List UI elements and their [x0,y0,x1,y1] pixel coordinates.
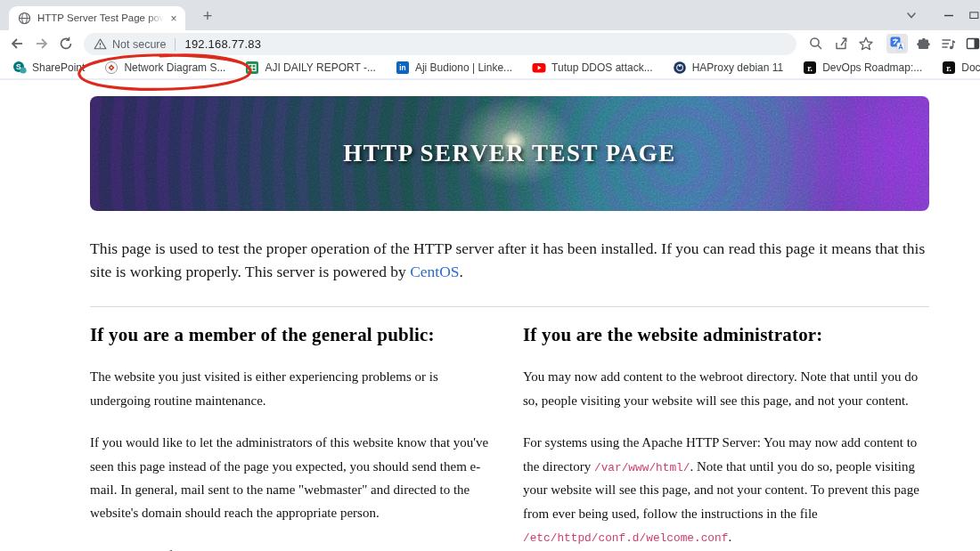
extensions-puzzle-icon[interactable] [912,34,934,53]
intro-text: This page is used to test the proper ope… [90,239,925,280]
bookmark-label: Network Diagram S... [124,61,225,74]
tab-search-chevron-icon[interactable] [898,0,925,30]
admin-heading: If you are the website administrator: [523,324,929,346]
test-page-banner: HTTP SERVER TEST PAGE [90,96,929,211]
omnibox-divider [175,38,176,51]
administrator-column: If you are the website administrator: Yo… [523,309,929,551]
centos-link[interactable]: CentOS [410,263,459,280]
new-tab-button[interactable]: + [197,5,218,27]
linkedin-icon: in [396,61,410,75]
roadmap-icon: r. [803,61,817,75]
network-diagram-icon [104,61,118,75]
public-heading: If you are a member of the general publi… [90,324,496,346]
intro-text-end: . [460,263,463,280]
divider-rule [90,306,929,307]
admin-paragraph-1: You may now add content to the webroot d… [523,365,929,412]
bookmark-label: HAProxy debian 11 [692,61,784,74]
window-maximize-icon[interactable] [968,0,980,30]
bookmarks-bar: S SharePoint Network Diagram S... AJI DA… [0,57,980,80]
url-text[interactable]: 192.168.77.83 [184,37,261,51]
bookmark-linkedin[interactable]: in Aji Budiono | Linke... [396,61,512,75]
bookmark-label: Aji Budiono | Linke... [415,61,512,74]
address-bar[interactable]: Not secure 192.168.77.83 [84,33,796,55]
bookmark-label: Docker Roadmap -... [961,61,980,74]
public-paragraph-2: If you would like to let the administrat… [90,431,496,525]
search-icon[interactable] [805,34,827,53]
bookmark-network-diagram[interactable]: Network Diagram S... [104,61,225,75]
google-sheets-icon [245,61,259,75]
tab-strip: HTTP Server Test Page powered × + [0,0,980,30]
forward-icon[interactable] [33,35,51,53]
youtube-icon [532,61,546,75]
not-secure-warning-icon[interactable] [94,37,107,51]
tab-close-icon[interactable]: × [167,12,181,26]
admin-p2-text: . [728,530,731,544]
general-public-column: If you are a member of the general publi… [90,309,496,551]
bookmark-docker-roadmap[interactable]: r. Docker Roadmap -... [942,61,980,75]
back-icon[interactable] [8,35,26,53]
roadmap-icon: r. [942,61,956,75]
bookmark-label: Tutup DDOS attack... [551,61,653,74]
bookmark-youtube[interactable]: Tutup DDOS attack... [532,61,653,75]
media-controls-icon[interactable] [937,34,959,53]
banner-title: HTTP SERVER TEST PAGE [343,140,675,167]
haproxy-icon [673,61,687,75]
svg-text:r.: r. [807,64,813,73]
svg-text:S: S [16,62,21,71]
bookmark-label: AJI DAILY REPORT -... [265,61,375,74]
bookmark-devops-roadmap[interactable]: r. DevOps Roadmap:... [803,61,922,75]
globe-favicon-icon [17,12,31,26]
bookmark-label: SharePoint [32,61,85,74]
public-paragraph-1: The website you just visited is either e… [90,365,496,412]
share-icon[interactable] [830,34,852,53]
code-path-webroot: /var/www/html/ [594,461,690,474]
intro-paragraph: This page is used to test the proper ope… [90,238,929,283]
admin-paragraph-2: For systems using the Apache HTTP Server… [523,431,929,548]
web-page: HTTP SERVER TEST PAGE This page is used … [0,80,980,551]
public-paragraph-3: For example, if you experienced problems… [90,544,496,551]
code-path-welcome-conf: /etc/httpd/conf.d/welcome.conf [523,531,728,545]
security-label[interactable]: Not secure [112,38,166,51]
browser-tab[interactable]: HTTP Server Test Page powered × [9,6,185,30]
translate-icon[interactable] [886,34,908,53]
svg-text:in: in [399,63,405,72]
bookmark-sharepoint[interactable]: S SharePoint [12,61,85,75]
bookmark-haproxy[interactable]: HAProxy debian 11 [673,61,784,75]
tab-title: HTTP Server Test Page powered [37,12,167,25]
bookmark-label: DevOps Roadmap:... [822,61,922,74]
svg-text:r.: r. [946,64,951,73]
browser-toolbar: Not secure 192.168.77.83 [0,30,980,57]
reload-icon[interactable] [57,35,75,53]
bookmark-aji-daily-report[interactable]: AJI DAILY REPORT -... [245,61,375,75]
sharepoint-icon: S [12,61,27,75]
side-panel-icon[interactable] [962,34,980,53]
window-minimize-icon[interactable] [935,0,962,30]
bookmark-star-icon[interactable] [855,34,877,53]
